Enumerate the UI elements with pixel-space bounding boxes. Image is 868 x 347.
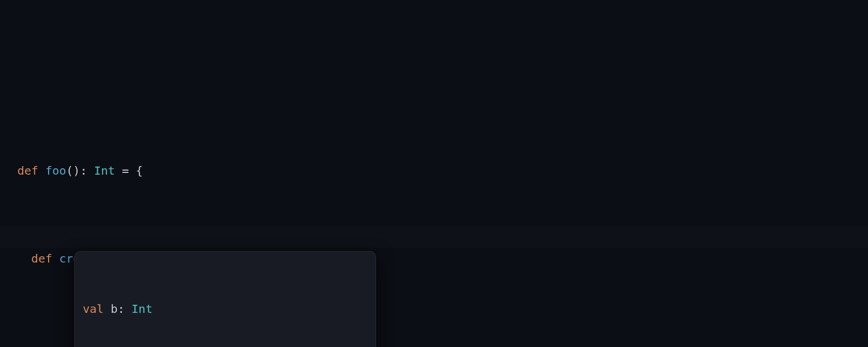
keyword: val: [83, 302, 104, 316]
text: [104, 302, 111, 316]
text: :: [117, 302, 131, 316]
identifier: b: [111, 302, 117, 316]
type: Int: [94, 164, 115, 178]
tooltip-signature-row: val b: Int: [75, 299, 376, 319]
text: ():: [66, 164, 94, 178]
keyword: def: [17, 164, 38, 178]
text: [52, 252, 59, 265]
mouse-cursor-ibeam-icon: [76, 237, 84, 249]
current-line-highlight: [0, 226, 868, 248]
indent: [17, 252, 31, 265]
type: Int: [131, 302, 152, 316]
hover-tooltip[interactable]: val b: Int unused-imports-scala3: [74, 251, 376, 347]
text: = {: [115, 164, 143, 178]
function-name: foo: [45, 164, 66, 178]
keyword: def: [31, 252, 52, 265]
text: [38, 164, 45, 178]
code-editor[interactable]: def foo(): Int = { def createTuple(): (I…: [0, 0, 868, 347]
code-line[interactable]: def foo(): Int = {: [17, 160, 868, 182]
